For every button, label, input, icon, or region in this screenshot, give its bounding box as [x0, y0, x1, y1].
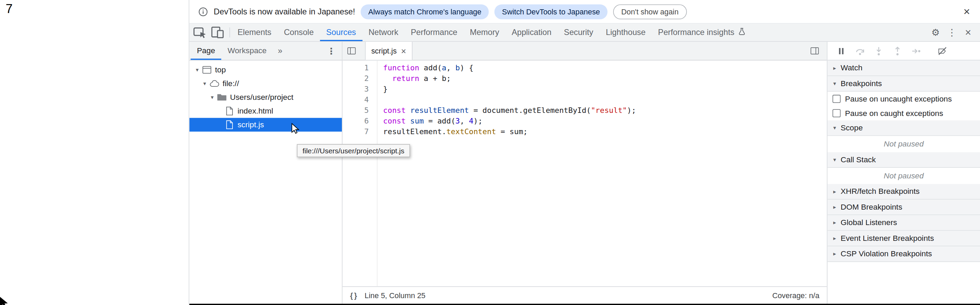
- step-icon[interactable]: [911, 46, 921, 56]
- panel-right-icon: [810, 46, 819, 56]
- code-line-3[interactable]: 3}: [342, 84, 827, 95]
- navigator-tab-workspace[interactable]: Workspace: [221, 42, 273, 60]
- tree-item-index-html[interactable]: index.html: [189, 104, 342, 118]
- section-header-dom-breakpoints[interactable]: ▸DOM Breakpoints: [827, 200, 980, 215]
- section-label: Call Stack: [841, 155, 876, 164]
- code-line-6[interactable]: 6const sum = add(3, 4);: [342, 116, 827, 126]
- toggle-navigator-icon[interactable]: [342, 42, 360, 60]
- section-header-event-listener-breakpoints[interactable]: ▸Event Listener Breakpoints: [827, 231, 980, 246]
- code-line-1[interactable]: 1function add(a, b) {: [342, 63, 827, 74]
- tree-expander-icon[interactable]: ▾: [208, 94, 216, 101]
- debugger-toolbar: [827, 42, 980, 61]
- notification-close-icon[interactable]: ×: [962, 6, 971, 17]
- tree-item-script-js[interactable]: script.js: [189, 118, 342, 132]
- line-number[interactable]: 2: [342, 74, 377, 85]
- toolbar-right-icons: ⚙ ⋮ ×: [928, 24, 980, 41]
- code-line-text: function add(a, b) {: [377, 63, 474, 74]
- section-triangle-icon: ▸: [831, 235, 838, 241]
- editor-tabbar-right: [805, 42, 827, 60]
- breakpoint-option-pause-on-uncaught-exceptions[interactable]: Pause on uncaught exceptions: [827, 92, 980, 106]
- section-header-csp-violation-breakpoints[interactable]: ▸CSP Violation Breakpoints: [827, 246, 980, 262]
- step-into-icon[interactable]: [874, 46, 884, 56]
- pause-icon[interactable]: [836, 46, 846, 56]
- more-tabs-icon[interactable]: »: [273, 42, 287, 60]
- toggle-debugger-sidebar-icon[interactable]: [805, 46, 823, 56]
- code-line-5[interactable]: 5const resultElement = document.getEleme…: [342, 105, 827, 116]
- toolbar-tab-elements[interactable]: Elements: [231, 24, 277, 41]
- code-line-7[interactable]: 7resultElement.textContent = sum;: [342, 126, 827, 137]
- coverage-status: Coverage: n/a: [772, 291, 819, 300]
- navigator-tab-page[interactable]: Page: [191, 42, 221, 60]
- settings-gear-icon[interactable]: ⚙: [928, 25, 943, 40]
- line-number[interactable]: 6: [342, 116, 377, 126]
- toolbar-left-icons: [189, 24, 228, 41]
- frame-icon: [202, 65, 212, 75]
- debugger-sections: ▸Watch▾BreakpointsPause on uncaught exce…: [827, 61, 980, 303]
- deactivate-breakpoints-icon[interactable]: [937, 46, 947, 56]
- code-line-4[interactable]: 4: [342, 95, 827, 105]
- code-line-2[interactable]: 2 return a + b;: [342, 74, 827, 85]
- toolbar-tab-label: Network: [369, 27, 398, 37]
- section-header-breakpoints[interactable]: ▾Breakpoints: [827, 76, 980, 92]
- section-triangle-icon: ▸: [831, 188, 838, 195]
- section-placeholder-scope: Not paused: [827, 136, 980, 152]
- line-number[interactable]: 7: [342, 126, 377, 137]
- tree-item-label: file://: [223, 79, 239, 88]
- section-label: CSP Violation Breakpoints: [841, 249, 932, 258]
- toolbar-tab-label: Memory: [470, 27, 499, 37]
- toolbar-tab-label: Lighthouse: [606, 27, 646, 37]
- toolbar-tab-lighthouse[interactable]: Lighthouse: [600, 24, 652, 41]
- toolbar-tab-console[interactable]: Console: [278, 24, 320, 41]
- line-number[interactable]: 3: [342, 84, 377, 95]
- section-header-xhr-fetch-breakpoints[interactable]: ▸XHR/fetch Breakpoints: [827, 184, 980, 199]
- breakpoint-option-pause-on-caught-exceptions[interactable]: Pause on caught exceptions: [827, 106, 980, 120]
- tree-item-file[interactable]: ▾file://: [189, 77, 342, 91]
- toolbar-tab-application[interactable]: Application: [506, 24, 558, 41]
- tree-expander-icon[interactable]: ▾: [193, 67, 201, 73]
- editor-tab-close-icon[interactable]: ×: [401, 46, 406, 55]
- editor-tab-scriptjs[interactable]: script.js ×: [365, 42, 412, 60]
- line-number[interactable]: 5: [342, 105, 377, 116]
- more-options-icon[interactable]: ⋮: [943, 25, 960, 40]
- toolbar-tab-performance-insights[interactable]: Performance insights: [652, 24, 752, 41]
- always-match-language-button[interactable]: Always match Chrome's language: [361, 4, 489, 19]
- tree-item-label: top: [215, 65, 226, 74]
- toolbar-tab-security[interactable]: Security: [558, 24, 600, 41]
- page-content-number: 7: [5, 2, 12, 16]
- tree-item-top[interactable]: ▾top: [189, 63, 342, 77]
- toolbar-tab-label: Console: [284, 27, 314, 37]
- code-line-text: [377, 95, 383, 105]
- checkbox-pause-on-uncaught-exceptions[interactable]: [832, 95, 841, 103]
- toolbar-tab-network[interactable]: Network: [362, 24, 404, 41]
- dont-show-again-button[interactable]: Don't show again: [613, 4, 687, 19]
- step-over-icon[interactable]: [855, 46, 865, 56]
- tree-item-label: Users/user/project: [230, 93, 294, 102]
- switch-devtools-japanese-button[interactable]: Switch DevTools to Japanese: [495, 4, 607, 19]
- navigator-menu-icon[interactable]: ⋮: [321, 42, 342, 60]
- section-header-global-listeners[interactable]: ▸Global Listeners: [827, 215, 980, 230]
- pretty-print-icon[interactable]: {}: [350, 291, 358, 300]
- tree-item-users-user-project[interactable]: ▾Users/user/project: [189, 91, 342, 104]
- step-out-icon[interactable]: [892, 46, 902, 56]
- file-icon: [224, 106, 234, 116]
- line-number[interactable]: 1: [342, 63, 377, 74]
- section-header-watch[interactable]: ▸Watch: [827, 61, 980, 76]
- section-label: Scope: [841, 123, 863, 132]
- toolbar-tab-memory[interactable]: Memory: [464, 24, 506, 41]
- section-label: DOM Breakpoints: [841, 203, 902, 211]
- toolbar-tab-sources[interactable]: Sources: [320, 24, 362, 41]
- line-number[interactable]: 4: [342, 95, 377, 105]
- device-toolbar-icon[interactable]: [210, 25, 226, 40]
- inspect-element-icon[interactable]: [192, 25, 208, 40]
- code-editor[interactable]: 1function add(a, b) {2 return a + b;3}45…: [342, 61, 827, 286]
- file-tree: ▾top▾file://▾Users/user/projectindex.htm…: [189, 61, 342, 303]
- devtools-close-icon[interactable]: ×: [960, 25, 976, 40]
- code-line-text: return a + b;: [377, 74, 451, 85]
- checkbox-pause-on-caught-exceptions[interactable]: [832, 109, 841, 117]
- tree-expander-icon[interactable]: ▾: [200, 81, 209, 87]
- toolbar-tab-performance[interactable]: Performance: [405, 24, 464, 41]
- toolbar-tab-label: Elements: [238, 27, 272, 37]
- section-header-call-stack[interactable]: ▾Call Stack: [827, 152, 980, 168]
- section-header-scope[interactable]: ▾Scope: [827, 120, 980, 136]
- section-placeholder-call-stack: Not paused: [827, 168, 980, 184]
